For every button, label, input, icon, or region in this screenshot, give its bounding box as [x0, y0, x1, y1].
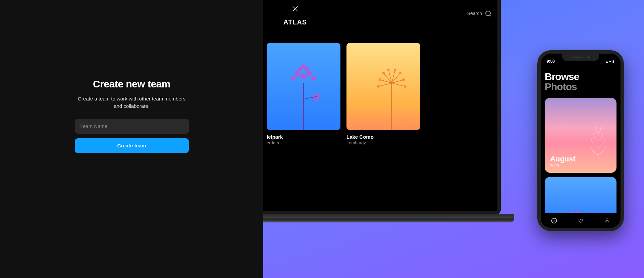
card-year: 2020 — [550, 163, 576, 168]
svg-point-11 — [317, 94, 321, 97]
right-preview: ATLAS Search — [263, 0, 644, 278]
status-time: 9:00 — [547, 59, 555, 64]
phone-card-august[interactable]: August 2020 — [545, 98, 616, 173]
svg-point-26 — [387, 69, 390, 71]
svg-point-39 — [606, 219, 608, 221]
svg-point-29 — [377, 85, 380, 88]
laptop-base — [263, 214, 514, 222]
headline-line1: Browse — [545, 72, 616, 82]
card-subtitle: erdam — [267, 140, 340, 145]
gallery: lelpark erdam — [267, 43, 487, 145]
svg-point-24 — [379, 78, 381, 81]
svg-point-28 — [404, 85, 407, 88]
svg-point-7 — [311, 76, 316, 80]
svg-point-23 — [399, 72, 401, 74]
svg-point-10 — [315, 98, 319, 101]
search-label: Search — [467, 11, 482, 16]
gallery-image — [267, 43, 340, 130]
svg-point-8 — [302, 64, 306, 68]
svg-point-6 — [291, 76, 296, 80]
left-panel: Create new team Create a team to work wi… — [0, 0, 263, 278]
svg-line-21 — [378, 83, 392, 86]
heart-icon[interactable] — [577, 217, 584, 224]
gallery-image — [346, 43, 420, 130]
close-icon[interactable] — [292, 5, 299, 14]
user-icon[interactable] — [604, 217, 610, 224]
card-month: August — [550, 155, 576, 163]
svg-line-17 — [392, 80, 404, 83]
card-title: Lake Como — [346, 134, 420, 140]
card-subtitle: Lombardy — [346, 140, 420, 145]
phone-mockup: 9:00 ▴ ♥ ▮ Browse Photos — [537, 50, 624, 231]
form-title: Create new team — [93, 78, 170, 90]
phone-tabbar — [541, 213, 621, 228]
phone-screen: 9:00 ▴ ♥ ▮ Browse Photos — [541, 54, 621, 228]
gallery-card[interactable]: Lake Como Lombardy — [346, 43, 420, 145]
svg-line-20 — [392, 83, 405, 86]
search-trigger[interactable]: Search — [467, 11, 491, 16]
svg-point-22 — [382, 72, 385, 74]
svg-point-27 — [394, 69, 396, 71]
signal-icon: ▴ — [606, 60, 608, 63]
team-name-input[interactable] — [75, 119, 189, 134]
compass-icon[interactable] — [551, 217, 557, 224]
svg-line-16 — [380, 80, 392, 83]
battery-icon: ▮ — [612, 60, 614, 63]
phone-headline: Browse Photos — [545, 72, 616, 92]
create-team-button[interactable]: Create team — [75, 138, 189, 153]
gallery-card[interactable]: lelpark erdam — [267, 43, 340, 145]
search-icon — [485, 11, 491, 16]
svg-point-1 — [301, 73, 307, 79]
svg-point-3 — [307, 71, 312, 76]
card-title: lelpark — [267, 134, 340, 140]
svg-point-2 — [295, 71, 300, 76]
laptop-mockup: ATLAS Search — [263, 0, 501, 231]
headline-line2: Photos — [545, 82, 616, 92]
svg-point-25 — [402, 78, 405, 81]
form-subtitle: Create a team to work with other team me… — [75, 95, 189, 110]
create-team-form: Create new team Create a team to work wi… — [75, 78, 189, 153]
brand-label: ATLAS — [283, 18, 307, 26]
status-icons: ▴ ♥ ▮ — [606, 60, 614, 63]
laptop-screen: ATLAS Search — [263, 0, 497, 211]
phone-notch — [562, 54, 599, 61]
heart-icon: ♥ — [609, 60, 611, 63]
